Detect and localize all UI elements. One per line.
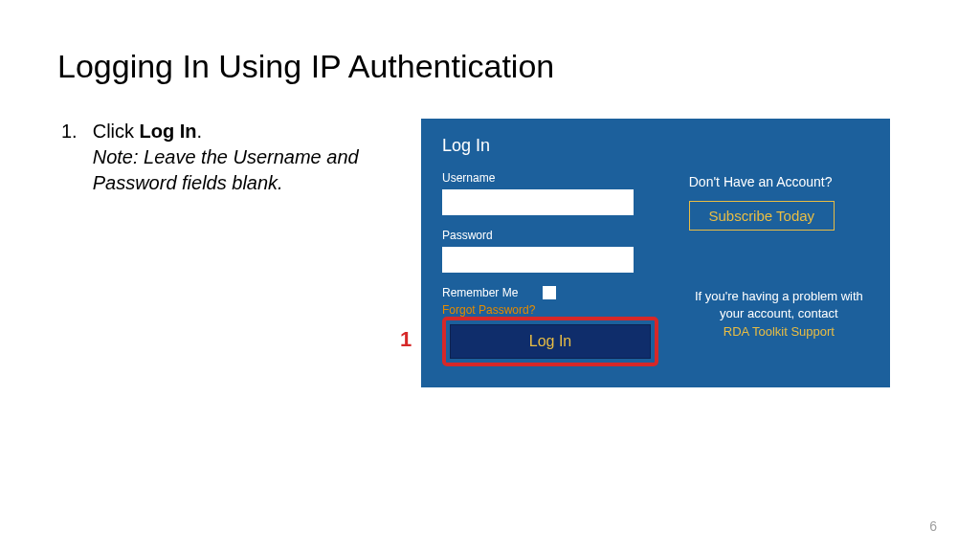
action-bold: Log In bbox=[140, 121, 197, 142]
instruction-body: Click Log In. Note: Leave the Username a… bbox=[93, 119, 402, 196]
login-button-wrap: Log In bbox=[442, 317, 664, 366]
login-panel: Log In Username Password Remember Me For… bbox=[421, 119, 890, 387]
username-label: Username bbox=[442, 171, 664, 185]
problem-text: If you're having a problem with your acc… bbox=[689, 288, 869, 322]
instructions-column: 1. Click Log In. Note: Leave the Usernam… bbox=[57, 119, 402, 196]
page-number: 6 bbox=[929, 518, 937, 534]
panel-left: Log In Username Password Remember Me For… bbox=[442, 136, 681, 366]
password-label: Password bbox=[442, 229, 664, 242]
callout-highlight-box: Log In bbox=[442, 317, 658, 366]
remember-checkbox[interactable] bbox=[543, 286, 556, 299]
remember-label: Remember Me bbox=[442, 286, 518, 299]
no-account-text: Don't Have an Account? bbox=[689, 174, 869, 189]
instruction-item-1: 1. Click Log In. Note: Leave the Usernam… bbox=[57, 119, 402, 196]
instruction-number: 1. bbox=[61, 119, 78, 196]
instruction-action: Click Log In. bbox=[93, 119, 402, 144]
support-link[interactable]: RDA Toolkit Support bbox=[689, 324, 869, 341]
callout-marker-1: 1 bbox=[400, 327, 412, 352]
content-row: 1. Click Log In. Note: Leave the Usernam… bbox=[57, 119, 923, 387]
slide-title: Logging In Using IP Authentication bbox=[57, 48, 923, 85]
action-prefix: Click bbox=[93, 121, 140, 142]
instruction-note: Note: Leave the Username and Password fi… bbox=[93, 144, 402, 196]
action-suffix: . bbox=[197, 121, 203, 142]
username-input[interactable] bbox=[442, 189, 634, 215]
subscribe-button[interactable]: Subscribe Today bbox=[689, 201, 835, 231]
password-input[interactable] bbox=[442, 247, 634, 273]
panel-wrap: 1 Log In Username Password Remember Me F… bbox=[421, 119, 890, 387]
slide: Logging In Using IP Authentication 1. Cl… bbox=[0, 0, 980, 551]
login-button[interactable]: Log In bbox=[450, 324, 651, 359]
forgot-password-link[interactable]: Forgot Password? bbox=[442, 303, 664, 317]
remember-row: Remember Me bbox=[442, 286, 664, 299]
login-heading: Log In bbox=[442, 136, 664, 156]
panel-right: Don't Have an Account? Subscribe Today I… bbox=[681, 136, 869, 366]
